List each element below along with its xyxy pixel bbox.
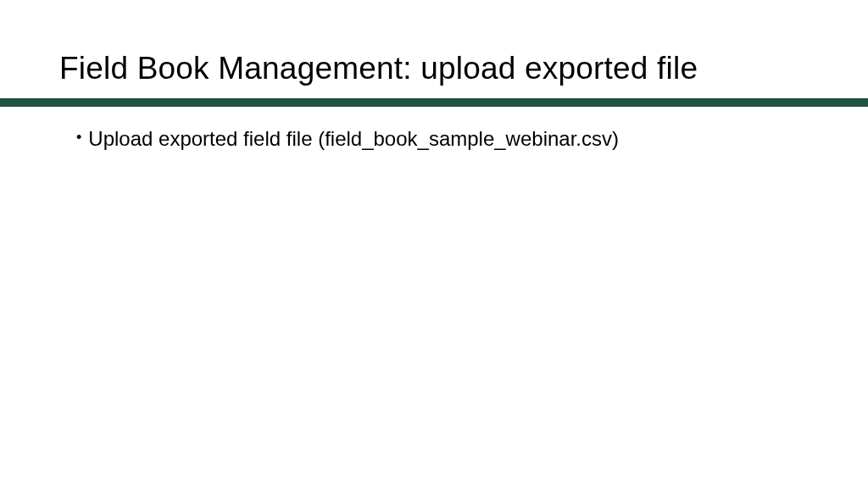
bullet-text: Upload exported field file (field_book_s… xyxy=(88,125,619,152)
bullet-item: • Upload exported field file (field_book… xyxy=(76,125,809,152)
title-divider xyxy=(0,98,868,107)
slide-title: Field Book Management: upload exported f… xyxy=(0,0,868,86)
bullet-marker-icon: • xyxy=(76,125,81,150)
slide-container: Field Book Management: upload exported f… xyxy=(0,0,868,488)
slide-content: • Upload exported field file (field_book… xyxy=(0,107,868,152)
